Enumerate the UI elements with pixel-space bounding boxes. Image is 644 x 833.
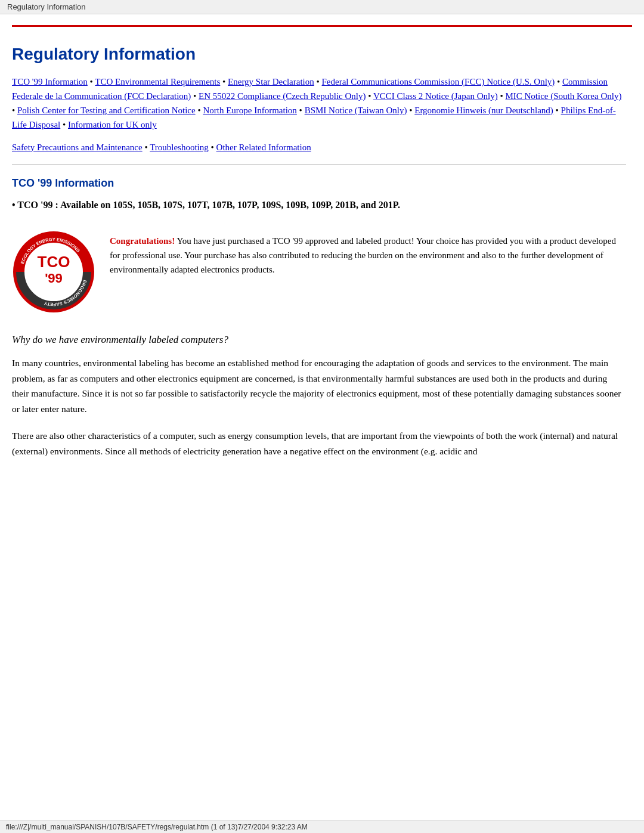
body-paragraph-2: There are also other characteristics of … bbox=[12, 428, 626, 459]
nav-link-polish[interactable]: Polish Center for Testing and Certificat… bbox=[17, 106, 196, 115]
nav-link-en55022[interactable]: EN 55022 Compliance (Czech Republic Only… bbox=[199, 91, 366, 101]
nav-link-bsmi[interactable]: BSMI Notice (Taiwan Only) bbox=[305, 106, 407, 115]
status-bar: file:///Z|/multi_manual/SPANISH/107B/SAF… bbox=[0, 820, 644, 833]
nav-link-other[interactable]: Other Related Information bbox=[216, 143, 311, 152]
congrats-text: You have just purchased a TCO '99 approv… bbox=[110, 236, 616, 274]
secondary-links: Safety Precautions and Maintenance • Tro… bbox=[12, 143, 626, 153]
tco99-section: TCO '99 Information • TCO '99 : Availabl… bbox=[12, 177, 626, 459]
svg-text:'99: '99 bbox=[45, 271, 63, 286]
nav-link-tco99[interactable]: TCO '99 Information bbox=[12, 77, 88, 86]
nav-link-vcci[interactable]: VCCI Class 2 Notice (Japan Only) bbox=[373, 91, 498, 101]
congrats-label: Congratulations! bbox=[110, 236, 175, 246]
svg-text:TCO: TCO bbox=[38, 253, 70, 271]
tco-description: Congratulations! You have just purchased… bbox=[110, 230, 626, 277]
italic-heading: Why do we have environmentally labeled c… bbox=[12, 334, 626, 346]
nav-link-troubleshooting[interactable]: Troubleshooting bbox=[150, 143, 209, 152]
tco99-section-title: TCO '99 Information bbox=[12, 177, 626, 190]
nav-link-fcc[interactable]: Federal Communications Commission (FCC) … bbox=[322, 77, 555, 86]
nav-link-tco-env[interactable]: TCO Environmental Requirements bbox=[95, 77, 220, 86]
page-title: Regulatory Information bbox=[12, 45, 626, 64]
main-content: Regulatory Information TCO '99 Informati… bbox=[0, 27, 644, 482]
body-paragraph-1: In many countries, environmental labelin… bbox=[12, 355, 626, 416]
nav-link-north-europe[interactable]: North Europe Information bbox=[203, 106, 296, 115]
tco-logo-section: TCO '99 ECOLOGY ENERGY EMISSIONS ERGONOM… bbox=[12, 230, 626, 316]
nav-link-mic[interactable]: MIC Notice (South Korea Only) bbox=[505, 91, 621, 101]
nav-link-energy-star[interactable]: Energy Star Declaration bbox=[228, 77, 314, 86]
nav-link-safety[interactable]: Safety Precautions and Maintenance bbox=[12, 143, 143, 152]
browser-tab: Regulatory Information bbox=[0, 0, 644, 14]
nav-links: TCO '99 Information • TCO Environmental … bbox=[12, 75, 626, 132]
nav-link-ergonomie[interactable]: Ergonomie Hinweis (nur Deutschland) bbox=[414, 106, 553, 115]
tco-logo: TCO '99 ECOLOGY ENERGY EMISSIONS ERGONOM… bbox=[12, 230, 95, 316]
section-divider bbox=[12, 165, 626, 165]
nav-link-uk[interactable]: Information for UK only bbox=[68, 120, 157, 129]
tco-notice: • TCO '99 : Available on 105S, 105B, 107… bbox=[12, 198, 626, 212]
